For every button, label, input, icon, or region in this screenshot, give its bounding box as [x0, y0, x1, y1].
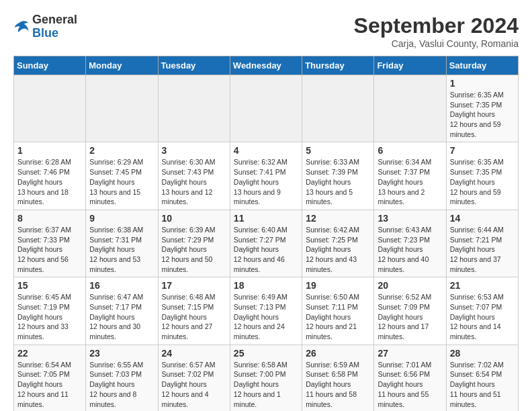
day-info: Sunrise: 6:32 AMSunset: 7:41 PMDaylight …	[234, 157, 298, 206]
calendar-cell: 14Sunrise: 6:44 AMSunset: 7:21 PMDayligh…	[446, 210, 518, 277]
calendar-cell	[374, 75, 446, 142]
calendar-cell: 1Sunrise: 6:28 AMSunset: 7:46 PMDaylight…	[14, 142, 86, 210]
day-number: 21	[450, 280, 515, 291]
day-info: Sunrise: 6:53 AMSunset: 7:07 PMDaylight …	[450, 292, 515, 341]
calendar-body: 1Sunrise: 6:35 AMSunset: 7:35 PMDaylight…	[14, 75, 519, 412]
calendar-cell: 28Sunrise: 7:02 AMSunset: 6:54 PMDayligh…	[446, 345, 518, 411]
day-number: 3	[162, 145, 226, 156]
day-info: Sunrise: 6:44 AMSunset: 7:21 PMDaylight …	[450, 225, 515, 274]
day-info: Sunrise: 6:57 AMSunset: 7:02 PMDaylight …	[162, 360, 226, 409]
calendar-cell: 20Sunrise: 6:52 AMSunset: 7:09 PMDayligh…	[374, 277, 446, 345]
day-info: Sunrise: 7:01 AMSunset: 6:56 PMDaylight …	[378, 360, 442, 409]
col-header-sunday: Sunday	[14, 56, 86, 75]
col-header-thursday: Thursday	[302, 56, 374, 75]
day-number: 19	[306, 280, 370, 291]
calendar-cell: 6Sunrise: 6:34 AMSunset: 7:37 PMDaylight…	[374, 142, 446, 210]
day-number: 14	[450, 213, 515, 224]
day-number: 27	[378, 348, 442, 359]
calendar-cell: 26Sunrise: 6:59 AMSunset: 6:58 PMDayligh…	[302, 345, 374, 411]
day-info: Sunrise: 6:45 AMSunset: 7:19 PMDaylight …	[17, 292, 82, 341]
day-number: 4	[234, 145, 298, 156]
day-info: Sunrise: 6:38 AMSunset: 7:31 PMDaylight …	[89, 225, 154, 274]
day-info: Sunrise: 6:43 AMSunset: 7:23 PMDaylight …	[378, 225, 442, 274]
calendar-cell	[158, 75, 230, 142]
day-number: 28	[450, 348, 515, 359]
day-number: 1	[17, 145, 82, 156]
day-info: Sunrise: 6:55 AMSunset: 7:03 PMDaylight …	[89, 360, 154, 409]
calendar-cell	[302, 75, 374, 142]
calendar-cell: 15Sunrise: 6:45 AMSunset: 7:19 PMDayligh…	[14, 277, 86, 345]
logo: General Blue	[13, 13, 77, 40]
day-number: 23	[89, 348, 154, 359]
page-header: General Blue September 2024 Carja, Vaslu…	[13, 13, 519, 49]
day-info: Sunrise: 6:40 AMSunset: 7:27 PMDaylight …	[234, 225, 298, 274]
day-number: 1	[450, 78, 515, 89]
day-info: Sunrise: 6:48 AMSunset: 7:15 PMDaylight …	[162, 292, 226, 341]
day-info: Sunrise: 6:35 AMSunset: 7:35 PMDaylight …	[450, 90, 515, 139]
day-info: Sunrise: 6:28 AMSunset: 7:46 PMDaylight …	[17, 157, 82, 206]
calendar-cell: 17Sunrise: 6:48 AMSunset: 7:15 PMDayligh…	[158, 277, 230, 345]
day-info: Sunrise: 6:33 AMSunset: 7:39 PMDaylight …	[306, 157, 370, 206]
calendar-week-row: 22Sunrise: 6:54 AMSunset: 7:05 PMDayligh…	[14, 345, 519, 411]
calendar-cell: 27Sunrise: 7:01 AMSunset: 6:56 PMDayligh…	[374, 345, 446, 411]
logo-bird-icon	[13, 19, 30, 35]
col-header-tuesday: Tuesday	[158, 56, 230, 75]
col-header-saturday: Saturday	[446, 56, 518, 75]
calendar-cell: 5Sunrise: 6:33 AMSunset: 7:39 PMDaylight…	[302, 142, 374, 210]
calendar-cell: 2Sunrise: 6:29 AMSunset: 7:45 PMDaylight…	[86, 142, 158, 210]
calendar-cell: 7Sunrise: 6:35 AMSunset: 7:35 PMDaylight…	[446, 142, 518, 210]
logo-general-text: General	[32, 13, 77, 26]
day-number: 6	[378, 145, 442, 156]
day-number: 18	[234, 280, 298, 291]
day-number: 9	[89, 213, 154, 224]
calendar-header: SundayMondayTuesdayWednesdayThursdayFrid…	[14, 56, 519, 75]
calendar-cell: 11Sunrise: 6:40 AMSunset: 7:27 PMDayligh…	[230, 210, 302, 277]
day-info: Sunrise: 7:02 AMSunset: 6:54 PMDaylight …	[450, 360, 515, 409]
location-subtitle: Carja, Vaslui County, Romania	[354, 38, 519, 49]
day-info: Sunrise: 6:52 AMSunset: 7:09 PMDaylight …	[378, 292, 442, 341]
day-number: 20	[378, 280, 442, 291]
col-header-wednesday: Wednesday	[230, 56, 302, 75]
calendar-cell: 8Sunrise: 6:37 AMSunset: 7:33 PMDaylight…	[14, 210, 86, 277]
col-header-friday: Friday	[374, 56, 446, 75]
day-number: 22	[17, 348, 82, 359]
day-number: 17	[162, 280, 226, 291]
calendar-week-row: 1Sunrise: 6:28 AMSunset: 7:46 PMDaylight…	[14, 142, 519, 210]
day-number: 7	[450, 145, 515, 156]
day-number: 26	[306, 348, 370, 359]
calendar-cell: 10Sunrise: 6:39 AMSunset: 7:29 PMDayligh…	[158, 210, 230, 277]
calendar-cell: 22Sunrise: 6:54 AMSunset: 7:05 PMDayligh…	[14, 345, 86, 411]
calendar-cell: 1Sunrise: 6:35 AMSunset: 7:35 PMDaylight…	[446, 75, 518, 142]
calendar-cell	[230, 75, 302, 142]
day-info: Sunrise: 6:39 AMSunset: 7:29 PMDaylight …	[162, 225, 226, 274]
logo-blue-text: Blue	[32, 26, 58, 40]
calendar-cell: 24Sunrise: 6:57 AMSunset: 7:02 PMDayligh…	[158, 345, 230, 411]
calendar-cell: 3Sunrise: 6:30 AMSunset: 7:43 PMDaylight…	[158, 142, 230, 210]
day-number: 24	[162, 348, 226, 359]
day-number: 25	[234, 348, 298, 359]
title-block: September 2024 Carja, Vaslui County, Rom…	[354, 13, 519, 49]
calendar-cell: 13Sunrise: 6:43 AMSunset: 7:23 PMDayligh…	[374, 210, 446, 277]
calendar-cell: 21Sunrise: 6:53 AMSunset: 7:07 PMDayligh…	[446, 277, 518, 345]
day-info: Sunrise: 6:42 AMSunset: 7:25 PMDaylight …	[306, 225, 370, 274]
day-number: 13	[378, 213, 442, 224]
day-info: Sunrise: 6:37 AMSunset: 7:33 PMDaylight …	[17, 225, 82, 274]
calendar-cell: 9Sunrise: 6:38 AMSunset: 7:31 PMDaylight…	[86, 210, 158, 277]
day-info: Sunrise: 6:30 AMSunset: 7:43 PMDaylight …	[162, 157, 226, 206]
day-number: 16	[89, 280, 154, 291]
day-info: Sunrise: 6:35 AMSunset: 7:35 PMDaylight …	[450, 157, 515, 206]
day-number: 2	[89, 145, 154, 156]
day-number: 8	[17, 213, 82, 224]
day-info: Sunrise: 6:59 AMSunset: 6:58 PMDaylight …	[306, 360, 370, 409]
calendar-cell	[86, 75, 158, 142]
day-info: Sunrise: 6:47 AMSunset: 7:17 PMDaylight …	[89, 292, 154, 341]
calendar-week-row: 15Sunrise: 6:45 AMSunset: 7:19 PMDayligh…	[14, 277, 519, 345]
calendar-cell: 4Sunrise: 6:32 AMSunset: 7:41 PMDaylight…	[230, 142, 302, 210]
calendar-cell: 19Sunrise: 6:50 AMSunset: 7:11 PMDayligh…	[302, 277, 374, 345]
calendar-cell: 25Sunrise: 6:58 AMSunset: 7:00 PMDayligh…	[230, 345, 302, 411]
day-info: Sunrise: 6:54 AMSunset: 7:05 PMDaylight …	[17, 360, 82, 409]
day-number: 5	[306, 145, 370, 156]
calendar-table: SundayMondayTuesdayWednesdayThursdayFrid…	[13, 56, 519, 411]
day-number: 10	[162, 213, 226, 224]
calendar-cell: 12Sunrise: 6:42 AMSunset: 7:25 PMDayligh…	[302, 210, 374, 277]
